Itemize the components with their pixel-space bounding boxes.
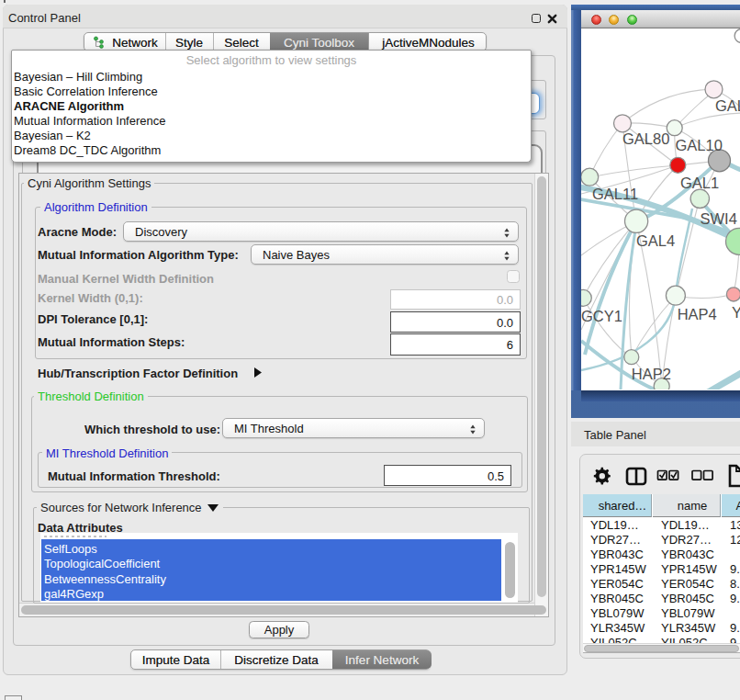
- svg-text:HAP2: HAP2: [632, 366, 671, 382]
- svg-text:GAL11: GAL11: [592, 186, 638, 202]
- svg-text:Y: Y: [732, 304, 740, 321]
- svg-text:GAL7: GAL7: [715, 97, 740, 114]
- svg-text:SWI4: SWI4: [701, 210, 737, 227]
- svg-text:GAL10: GAL10: [676, 137, 723, 153]
- svg-text:GAL4: GAL4: [636, 232, 675, 249]
- svg-text:GAL80: GAL80: [622, 130, 669, 147]
- svg-text:GAL1: GAL1: [680, 175, 719, 191]
- svg-text:HAP4: HAP4: [678, 306, 717, 322]
- svg-text:GCY1: GCY1: [581, 308, 622, 324]
